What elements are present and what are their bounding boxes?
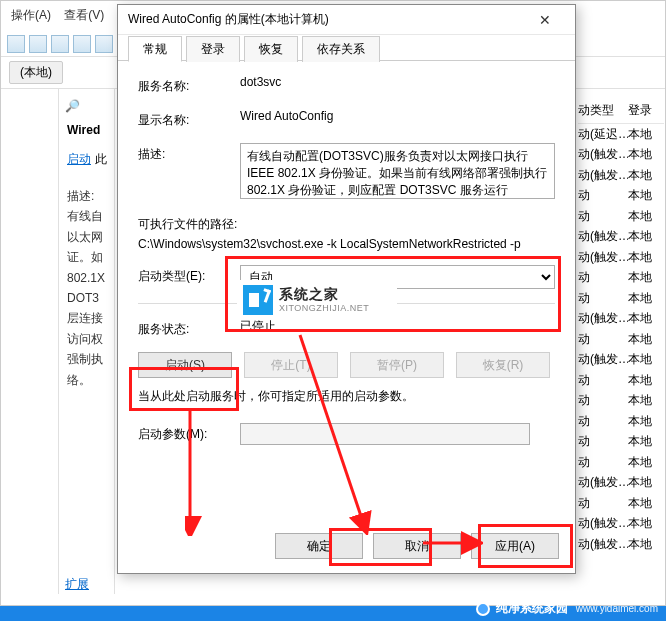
expand-link[interactable]: 扩展 [65, 577, 89, 591]
mag-icon: 🔎 [65, 99, 80, 113]
properties-dialog: Wired AutoConfig 的属性(本地计算机) ✕ 常规 登录 恢复 依… [117, 4, 576, 574]
footer-logo-icon [476, 602, 490, 616]
list-row[interactable]: 动本地 [578, 329, 664, 350]
list-row[interactable]: 动本地 [578, 268, 664, 289]
tab-recovery[interactable]: 恢复 [244, 36, 298, 62]
list-header[interactable]: 动类型 登录 [578, 98, 664, 124]
cell-logon: 本地 [628, 290, 652, 307]
list-row[interactable]: 动(触发…本地 [578, 145, 664, 166]
list-row[interactable]: 动本地 [578, 186, 664, 207]
cell-logon: 本地 [628, 351, 652, 368]
cell-startup-type: 动 [578, 187, 628, 204]
cell-startup-type: 动(触发… [578, 249, 628, 266]
list-row[interactable]: 动(触发…本地 [578, 247, 664, 268]
label-start-params: 启动参数(M): [138, 423, 240, 443]
toolbar-icon[interactable] [7, 35, 25, 53]
list-row[interactable]: 动本地 [578, 391, 664, 412]
tab-logon[interactable]: 登录 [186, 36, 240, 62]
start-link-bg[interactable]: 启动 [63, 148, 95, 170]
description-textarea[interactable]: 有线自动配置(DOT3SVC)服务负责对以太网接口执行 IEEE 802.1X … [240, 143, 555, 199]
col-startup-type[interactable]: 动类型 [578, 102, 628, 119]
list-row[interactable]: 动本地 [578, 206, 664, 227]
cell-startup-type: 动(触发… [578, 310, 628, 327]
tab-dependencies[interactable]: 依存关系 [302, 36, 380, 62]
cell-startup-type: 动 [578, 454, 628, 471]
toolbar-icon[interactable] [51, 35, 69, 53]
startup-type-select[interactable]: 自动 [240, 265, 555, 289]
list-row[interactable]: 动本地 [578, 288, 664, 309]
expand-view: 扩展 [65, 576, 89, 593]
close-icon: ✕ [539, 12, 551, 28]
value-exe-path: C:\Windows\system32\svchost.exe -k Local… [138, 237, 555, 251]
description-bg: 描述: 有线自 以太网 证。如 802.1X DOT3 层连接 访问权 强制执 … [63, 186, 110, 390]
list-row[interactable]: 动本地 [578, 432, 664, 453]
list-row[interactable]: 动本地 [578, 493, 664, 514]
resume-button: 恢复(R) [456, 352, 550, 378]
cell-logon: 本地 [628, 454, 652, 471]
cell-startup-type: 动(触发… [578, 228, 628, 245]
cell-logon: 本地 [628, 474, 652, 491]
ok-button[interactable]: 确定 [275, 533, 363, 559]
services-list-right: 动类型 登录 动(延迟…本地动(触发…本地动(触发…本地动本地动本地动(触发…本… [578, 98, 664, 555]
label-display-name: 显示名称: [138, 109, 240, 129]
cell-startup-type: 动 [578, 392, 628, 409]
cell-startup-type: 动(触发… [578, 515, 628, 532]
cancel-button[interactable]: 取消 [373, 533, 461, 559]
cell-logon: 本地 [628, 392, 652, 409]
separator [138, 303, 555, 304]
label-startup-type: 启动类型(E): [138, 265, 240, 285]
label-description: 描述: [138, 143, 240, 163]
list-row[interactable]: 动(触发…本地 [578, 534, 664, 555]
tabstrip: 常规 登录 恢复 依存关系 [118, 35, 575, 61]
start-params-input [240, 423, 530, 445]
cell-startup-type: 动 [578, 208, 628, 225]
cell-startup-type: 动(触发… [578, 351, 628, 368]
tab-general[interactable]: 常规 [128, 36, 182, 62]
cell-logon: 本地 [628, 310, 652, 327]
cell-logon: 本地 [628, 495, 652, 512]
cell-startup-type: 动(触发… [578, 167, 628, 184]
cell-logon: 本地 [628, 515, 652, 532]
list-row[interactable]: 动本地 [578, 411, 664, 432]
cell-logon: 本地 [628, 536, 652, 553]
close-button[interactable]: ✕ [525, 6, 565, 34]
list-row[interactable]: 动(触发…本地 [578, 309, 664, 330]
list-row[interactable]: 动(触发…本地 [578, 350, 664, 371]
titlebar[interactable]: Wired AutoConfig 的属性(本地计算机) ✕ [118, 5, 575, 35]
cell-logon: 本地 [628, 228, 652, 245]
list-row[interactable]: 动(触发…本地 [578, 227, 664, 248]
list-row[interactable]: 动本地 [578, 370, 664, 391]
footer-watermark: 纯净系统家园 www.yidaimei.com [476, 600, 658, 617]
label-service-status: 服务状态: [138, 318, 240, 338]
cell-startup-type: 动 [578, 413, 628, 430]
list-row[interactable]: 动(触发…本地 [578, 165, 664, 186]
cell-logon: 本地 [628, 249, 652, 266]
cell-logon: 本地 [628, 269, 652, 286]
cell-startup-type: 动 [578, 372, 628, 389]
cell-logon: 本地 [628, 146, 652, 163]
cell-startup-type: 动(触发… [578, 474, 628, 491]
toolbar-icon[interactable] [29, 35, 47, 53]
cell-startup-type: 动(触发… [578, 146, 628, 163]
pause-button: 暂停(P) [350, 352, 444, 378]
cell-startup-type: 动 [578, 331, 628, 348]
value-service-name: dot3svc [240, 75, 555, 89]
toolbar-icon[interactable] [95, 35, 113, 53]
service-title-bg: Wired [63, 123, 110, 137]
scope-badge[interactable]: (本地) [9, 61, 63, 84]
cell-logon: 本地 [628, 413, 652, 430]
list-row[interactable]: 动本地 [578, 452, 664, 473]
menu-action[interactable]: 操作(A) [11, 8, 51, 22]
list-row[interactable]: 动(触发…本地 [578, 514, 664, 535]
col-logon[interactable]: 登录 [628, 102, 652, 119]
menu-view[interactable]: 查看(V) [64, 8, 104, 22]
cell-logon: 本地 [628, 167, 652, 184]
detail-pane: 🔎 Wired 启动此 描述: 有线自 以太网 证。如 802.1X DOT3 … [59, 89, 115, 594]
cell-startup-type: 动 [578, 290, 628, 307]
list-row[interactable]: 动(触发…本地 [578, 473, 664, 494]
toolbar-icon[interactable] [73, 35, 91, 53]
start-params-hint: 当从此处启动服务时，你可指定所适用的启动参数。 [138, 388, 555, 405]
start-button[interactable]: 启动(S) [138, 352, 232, 378]
apply-button[interactable]: 应用(A) [471, 533, 559, 559]
list-row[interactable]: 动(延迟…本地 [578, 124, 664, 145]
